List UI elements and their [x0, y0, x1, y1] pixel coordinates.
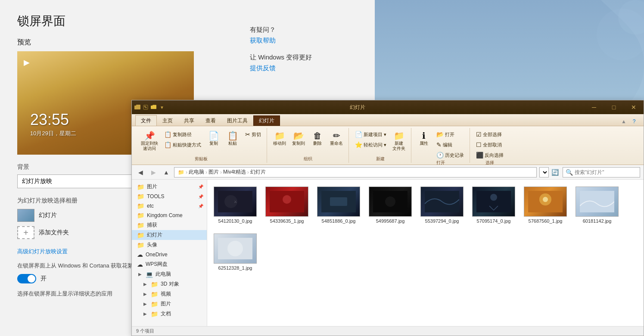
folder-icon: 📁: [137, 212, 144, 219]
copy-to-button[interactable]: 📂 复制到: [290, 130, 307, 148]
folder-icon: 📁: [137, 222, 144, 229]
tab-slideshow[interactable]: 幻灯片: [253, 115, 280, 126]
ribbon-collapse-button[interactable]: ▲: [619, 117, 628, 126]
improve-text: 让 Windows 变得更好: [250, 53, 312, 62]
edit-button[interactable]: ✎ 编辑: [434, 140, 466, 149]
back-button[interactable]: ◀: [135, 167, 146, 177]
tab-file[interactable]: 文件: [135, 115, 157, 126]
sidebar-item-thispc[interactable]: ▶ 💻 此电脑: [132, 269, 207, 279]
file-thumbnail-5: [420, 187, 464, 217]
file-thumbnail-3: [317, 187, 360, 217]
svg-point-25: [227, 241, 243, 256]
tab-picture-tools[interactable]: 图片工具: [221, 115, 253, 126]
up-button[interactable]: ▲: [161, 167, 171, 177]
sidebar-item-avatar[interactable]: 📁 头像: [132, 240, 207, 250]
copy-button[interactable]: 📄 复制: [205, 130, 222, 148]
file-item-4[interactable]: 54995687.jpg: [367, 184, 414, 227]
ribbon-open-col: 📂 打开 ✎ 编辑 🕐 历史记录: [434, 130, 466, 160]
file-item-2[interactable]: 54339635_1.jpg: [263, 184, 311, 227]
pin-to-quickaccess-button[interactable]: 📌 固定到快速访问: [139, 130, 160, 153]
tab-share[interactable]: 共享: [178, 115, 200, 126]
invert-select-button[interactable]: ⬛ 反向选择: [474, 150, 506, 160]
paste-shortcut-button[interactable]: 📋 粘贴快捷方式: [162, 140, 203, 149]
sidebar-item-pictures2[interactable]: ▶ 📁 图片: [132, 299, 207, 309]
sidebar-item-pictures[interactable]: 📁 图片 📌: [132, 182, 207, 192]
cortana-toggle[interactable]: [17, 274, 36, 283]
sidebar-item-onedrive[interactable]: ☁ OneDrive: [132, 250, 207, 259]
cut-button[interactable]: ✂ 剪切: [243, 130, 263, 139]
delete-button[interactable]: 🗑 删除: [309, 130, 326, 148]
bg-dropdown[interactable]: 幻灯片放映 ▾: [17, 174, 142, 188]
paste-shortcut-icon: 📋: [164, 141, 171, 148]
search-input[interactable]: [575, 169, 639, 175]
pin-icon: 📌: [198, 204, 203, 208]
sidebar-item-docs[interactable]: ▶ 📁 文档: [132, 309, 207, 319]
help-link[interactable]: 获取帮助: [250, 37, 312, 45]
new-folder-button[interactable]: 📁 新建文件夹: [390, 130, 408, 153]
tab-view[interactable]: 查看: [200, 115, 221, 126]
open-button[interactable]: 📂 打开: [434, 130, 466, 139]
file-item-7[interactable]: 57687560_1.jpg: [522, 184, 569, 227]
sidebar-item-wps[interactable]: ☁ WPS网盘: [132, 259, 207, 269]
expand-icon: ▶: [142, 292, 148, 296]
tab-home[interactable]: 主页: [157, 115, 178, 126]
refresh-button[interactable]: 🔄: [550, 167, 560, 177]
new-folder-icon: 📁: [394, 131, 404, 140]
address-path[interactable]: 📁 › 此电脑 › 图片 › Miv4t精选 › 幻灯片: [174, 167, 537, 177]
paste-button[interactable]: 📋 粘贴: [224, 130, 241, 148]
sidebar-item-kingdom[interactable]: 📁 Kingdom Come: [132, 211, 207, 220]
sidebar-item-videos[interactable]: ▶ 📁 视频: [132, 289, 207, 299]
file-item-1[interactable]: ⚔ 54120130_0.jpg: [212, 184, 259, 227]
feedback-link[interactable]: 提供反馈: [250, 64, 276, 72]
forward-button[interactable]: ▶: [148, 167, 159, 177]
rename-button[interactable]: ✏ 重命名: [328, 130, 345, 148]
move-to-button[interactable]: 📁 移动到: [271, 130, 288, 148]
path-slideshow[interactable]: 幻灯片: [250, 168, 266, 176]
easy-access-button[interactable]: ⭐ 轻松访问 ▾: [353, 140, 389, 149]
history-button[interactable]: 🕐 历史记录: [434, 150, 466, 160]
file-item-6[interactable]: 57095174_0.jpg: [470, 184, 517, 227]
svg-text:⚔: ⚔: [234, 200, 237, 204]
explorer-window: ✎ ▼ 幻灯片 ─ □ ✕ 文件 主页 共享 查看 图片工具 幻灯片 ▲ ?: [131, 100, 644, 336]
file-item-5[interactable]: 55397294_0.jpg: [418, 184, 466, 227]
svg-point-22: [543, 197, 548, 202]
new-item-button[interactable]: 📄 新建项目 ▾: [353, 130, 389, 139]
file-area: ⚔ 54120130_0.jpg 54339635_1.jpg 54851886…: [207, 180, 644, 326]
close-button[interactable]: ✕: [624, 100, 644, 114]
sidebar-item-slideshow[interactable]: 📁 幻灯片: [132, 230, 207, 240]
file-name-6: 57095174_0.jpg: [477, 218, 511, 224]
path-computer[interactable]: 此电脑: [189, 168, 204, 176]
sidebar-item-3dobjects[interactable]: ▶ 📁 3D 对象: [132, 279, 207, 289]
select-none-button[interactable]: ☐ 全部取消: [474, 140, 506, 149]
file-item-9[interactable]: 62512328_1.jpg: [212, 231, 259, 274]
new-item-icon: 📄: [355, 131, 362, 138]
address-bar: ◀ ▶ ▲ 📁 › 此电脑 › 图片 › Miv4t精选 › 幻灯片 🔄 🔍: [132, 165, 644, 180]
file-item-8[interactable]: 60181142.jpg: [573, 184, 621, 227]
window-controls: ─ □ ✕: [584, 100, 644, 114]
file-name-4: 54995687.jpg: [376, 218, 405, 224]
ribbon-clipboard-content: 📌 固定到快速访问 📋 复制路径 📋 粘贴快捷方式 📄 复制: [139, 128, 263, 156]
sidebar-item-tools[interactable]: 📁 TOOLS 📌: [132, 192, 207, 201]
select-all-button[interactable]: ☑ 全部选择: [474, 130, 506, 139]
cortana-description: 在锁屏界面上从 Windows 和 Cortana 获取花絮: [17, 262, 142, 270]
folder-icon: 📁: [151, 291, 158, 298]
path-miv4t[interactable]: Miv4t精选: [223, 168, 246, 176]
paste-icon: 📋: [227, 131, 238, 140]
sidebar-item-capture[interactable]: 📁 捕获: [132, 220, 207, 230]
properties-button[interactable]: ℹ 属性: [415, 130, 432, 148]
path-pictures[interactable]: 图片: [208, 168, 219, 176]
file-item-3[interactable]: 54851886_0.jpg: [315, 184, 362, 227]
address-dropdown[interactable]: [539, 167, 549, 177]
maximize-button[interactable]: □: [604, 100, 624, 114]
ribbon-new-col: 📄 新建项目 ▾ ⭐ 轻松访问 ▾: [353, 130, 389, 149]
copy-path-button[interactable]: 📋 复制路径: [162, 130, 203, 139]
sidebar: 📁 图片 📌 📁 TOOLS 📌 📁 etc 📌 📁 Kingdom Come …: [132, 180, 207, 326]
sidebar-item-etc[interactable]: 📁 etc 📌: [132, 201, 207, 211]
edit-icon: ✎: [436, 141, 442, 148]
ribbon-group-open: ℹ 属性 📂 打开 ✎ 编辑 🕐 历史记录: [412, 128, 470, 163]
ribbon-help-button[interactable]: ?: [630, 117, 638, 126]
minimize-button[interactable]: ─: [584, 100, 604, 114]
search-box[interactable]: 🔍: [563, 167, 640, 177]
toggle-knob: [28, 275, 35, 283]
status-text: 9 个项目: [136, 328, 154, 334]
